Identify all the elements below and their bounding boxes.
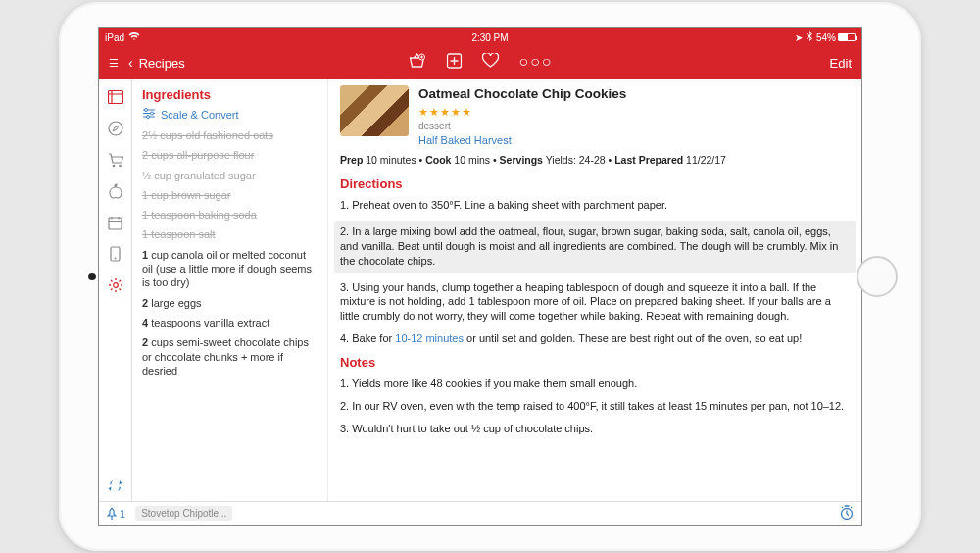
screen: iPad 2:30 PM ➤ 54% ☰ ‹ xyxy=(98,27,862,526)
recipe-source-link[interactable]: Half Baked Harvest xyxy=(418,133,626,148)
sidebar-item-apple[interactable] xyxy=(106,181,125,201)
carrier-label: iPad xyxy=(105,32,124,43)
battery-pct: 54% xyxy=(816,32,836,43)
recipe-thumbnail[interactable] xyxy=(340,85,409,136)
pin-icon[interactable]: 1 xyxy=(107,508,125,520)
ingredient-item[interactable]: 4 teaspoons vanilla extract xyxy=(142,316,318,329)
sync-icon[interactable] xyxy=(106,476,125,495)
ingredient-item[interactable]: ½ cup granulated sugar xyxy=(142,169,318,182)
back-chevron-icon[interactable]: ‹ xyxy=(128,55,133,71)
direction-step[interactable]: 3. Using your hands, clump together a he… xyxy=(340,280,850,325)
recipe-tag[interactable]: dessert xyxy=(418,120,626,133)
ingredient-item[interactable]: 1 cup canola oil or melted coconut oil (… xyxy=(142,248,318,290)
sidebar-item-compass[interactable] xyxy=(106,119,125,138)
home-button[interactable] xyxy=(857,256,898,297)
direction-step[interactable]: 1. Preheat oven to 350°F. Line a baking … xyxy=(340,198,850,213)
direction-step-active[interactable]: 2. In a large mixing bowl add the oatmea… xyxy=(334,221,856,273)
footer-bar: 1 Stovetop Chipotle... xyxy=(99,501,861,525)
notes-heading: Notes xyxy=(340,354,850,372)
heart-icon[interactable] xyxy=(482,53,500,73)
ingredient-item[interactable]: 1 cup brown sugar xyxy=(142,188,318,202)
nav-bar: ☰ ‹ Recipes ○○○ Edit xyxy=(99,46,861,79)
ingredient-item[interactable]: 2 large eggs xyxy=(142,296,318,310)
battery-icon xyxy=(838,33,856,41)
svg-point-3 xyxy=(109,122,122,135)
svg-point-11 xyxy=(151,112,154,115)
edit-button[interactable]: Edit xyxy=(830,56,852,71)
wifi-icon xyxy=(128,31,140,43)
ingredient-item[interactable]: 1 teaspoon salt xyxy=(142,227,318,241)
timer-icon[interactable] xyxy=(840,505,854,522)
add-icon[interactable] xyxy=(447,53,463,73)
clock: 2:30 PM xyxy=(471,32,508,43)
sidebar-item-settings[interactable] xyxy=(106,276,125,295)
scale-convert-link[interactable]: Scale & Convert xyxy=(142,108,318,121)
sidebar-item-calendar[interactable] xyxy=(106,213,125,232)
ingredient-item[interactable]: 2 cups semi-sweet chocolate chips or cho… xyxy=(142,335,318,377)
camera xyxy=(88,273,96,280)
pin-count: 1 xyxy=(120,508,125,520)
location-icon: ➤ xyxy=(795,32,803,43)
direction-step[interactable]: 4. Bake for 10-12 minutes or until set a… xyxy=(340,331,850,346)
ingredient-item[interactable]: 2 cups all-purpose flour xyxy=(142,148,318,162)
ingredient-item[interactable]: 1 teaspoon baking soda xyxy=(142,208,318,222)
ingredient-item[interactable]: 2½ cups old fashioned oats xyxy=(142,128,318,142)
sidebar-item-phone[interactable] xyxy=(106,244,125,264)
sidebar xyxy=(99,79,132,501)
note-item: 3. Wouldn't hurt to take out ½ cup of ch… xyxy=(340,422,850,436)
status-bar: iPad 2:30 PM ➤ 54% xyxy=(99,28,861,46)
svg-rect-6 xyxy=(109,218,122,229)
note-item: 2. In our RV oven, even with the temp ra… xyxy=(340,399,850,414)
note-item: 1. Yields more like 48 cookies if you ma… xyxy=(340,377,850,391)
recipe-title: Oatmeal Chocolate Chip Cookies xyxy=(418,85,626,103)
ingredients-heading: Ingredients xyxy=(142,87,318,102)
svg-point-8 xyxy=(115,258,117,260)
pinned-recipe-chip[interactable]: Stovetop Chipotle... xyxy=(135,506,232,521)
bluetooth-icon xyxy=(807,31,812,43)
svg-point-4 xyxy=(112,164,115,167)
sliders-icon xyxy=(142,108,156,121)
ingredients-panel: Ingredients Scale & Convert 2½ cups old … xyxy=(132,79,328,501)
svg-rect-2 xyxy=(108,91,122,104)
svg-point-9 xyxy=(113,283,118,288)
more-icon[interactable]: ○○○ xyxy=(519,53,554,73)
timer-link[interactable]: 10-12 minutes xyxy=(395,332,464,344)
back-button[interactable]: Recipes xyxy=(139,56,185,71)
sidebar-item-cart[interactable] xyxy=(106,150,125,170)
recipe-panel: Oatmeal Chocolate Chip Cookies ★★★★★ des… xyxy=(328,79,861,501)
directions-heading: Directions xyxy=(340,176,850,193)
menu-icon[interactable]: ☰ xyxy=(109,57,119,70)
recipe-meta-line: Prep 10 minutes • Cook 10 mins • Serving… xyxy=(340,153,850,167)
svg-point-12 xyxy=(147,116,150,119)
basket-icon[interactable] xyxy=(408,53,427,73)
svg-point-5 xyxy=(119,164,122,167)
svg-point-10 xyxy=(145,109,148,112)
rating-stars[interactable]: ★★★★★ xyxy=(418,105,626,120)
sidebar-item-browser[interactable] xyxy=(106,87,125,107)
scale-convert-label: Scale & Convert xyxy=(161,109,238,121)
